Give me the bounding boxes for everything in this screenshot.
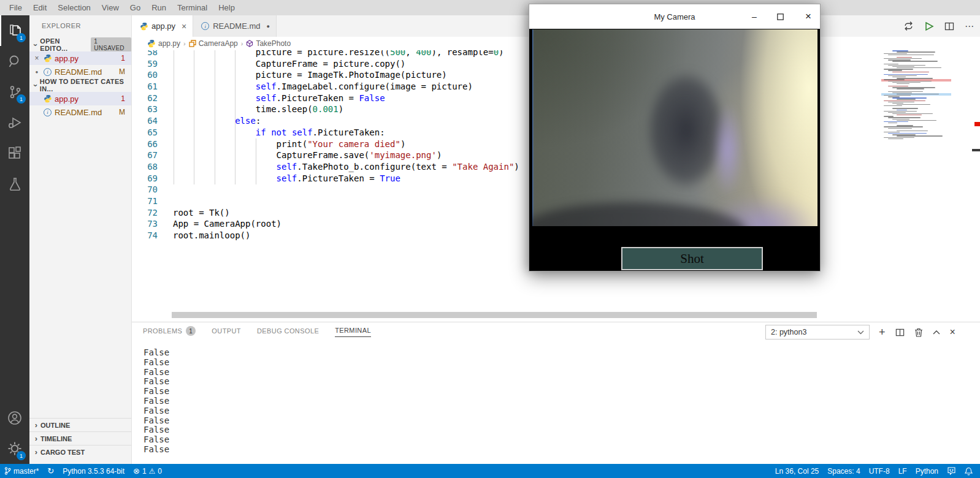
file-item-app.py[interactable]: ×app.py1 xyxy=(29,51,131,65)
chevron-down-icon: › xyxy=(31,82,40,89)
file-badge: 1 xyxy=(121,54,125,63)
activity-source-control[interactable]: 1 xyxy=(0,77,29,107)
menu-help[interactable]: Help xyxy=(213,0,240,15)
run-python-file-icon[interactable] xyxy=(924,21,934,31)
activity-testing[interactable] xyxy=(0,169,29,199)
panel-tab-label: TERMINAL xyxy=(335,327,371,334)
eol-sequence[interactable]: LF xyxy=(894,467,911,476)
minimap[interactable] xyxy=(881,48,951,141)
branch-indicator[interactable]: master* xyxy=(0,464,43,478)
menu-run[interactable]: Run xyxy=(146,0,172,15)
file-badge: 1 xyxy=(121,94,125,103)
panel-tab-label: OUTPUT xyxy=(212,327,241,335)
line-number: 71 xyxy=(132,195,158,207)
panel-tab-output[interactable]: OUTPUT xyxy=(212,327,241,336)
panel-tabs: PROBLEMS1OUTPUTDEBUG CONSOLETERMINAL xyxy=(143,322,371,341)
menu-terminal[interactable]: Terminal xyxy=(172,0,213,15)
dirty-dot-icon[interactable]: ● xyxy=(267,23,270,29)
more-actions-icon[interactable]: ⋯ xyxy=(965,21,974,32)
folder-header[interactable]: › HOW TO DETECT CATES IN... xyxy=(29,78,131,92)
file-name: app.py xyxy=(55,94,78,104)
maximize-icon[interactable] xyxy=(777,13,786,20)
python-interpreter[interactable]: Python 3.5.3 64-bit xyxy=(58,464,129,478)
file-badge: M xyxy=(119,108,125,116)
panel-tab-debug-console[interactable]: DEBUG CONSOLE xyxy=(257,327,319,336)
terminal-output[interactable]: FalseFalseFalseFalseFalseFalseFalseFalse… xyxy=(144,348,169,455)
open-editors-header[interactable]: › OPEN EDITO... 1 UNSAVED xyxy=(29,38,131,51)
line-number: 69 xyxy=(132,173,158,184)
tab-README.md[interactable]: iREADME.md● xyxy=(193,15,277,37)
section-cargo-test[interactable]: ›CARGO TEST xyxy=(29,445,131,458)
horizontal-scrollbar[interactable] xyxy=(172,312,817,318)
file-item-README.md[interactable]: iREADME.mdM xyxy=(29,105,131,119)
python-icon xyxy=(43,94,52,104)
activity-extensions[interactable] xyxy=(0,138,29,169)
panel-tab-terminal[interactable]: TERMINAL xyxy=(335,327,371,337)
camera-window-titlebar[interactable]: My Camera – × xyxy=(529,4,820,29)
panel-tab-problems[interactable]: PROBLEMS1 xyxy=(143,326,196,337)
feedback-button[interactable] xyxy=(943,467,960,475)
close-icon[interactable]: × xyxy=(182,21,186,31)
file-badge: M xyxy=(119,67,125,76)
maximize-panel-icon[interactable] xyxy=(933,330,940,335)
file-item-app.py[interactable]: app.py1 xyxy=(29,92,131,105)
close-icon[interactable]: × xyxy=(32,54,42,63)
code-text: App = CameraApp(root) xyxy=(158,218,281,230)
terminal-line: False xyxy=(144,435,169,445)
terminal-line: False xyxy=(144,387,169,396)
terminal-line: False xyxy=(144,348,169,358)
section-outline[interactable]: ›OUTLINE xyxy=(29,418,131,431)
breadcrumb-TakePhoto[interactable]: TakePhoto xyxy=(246,39,291,48)
activity-account[interactable] xyxy=(0,403,29,433)
split-editor-icon[interactable] xyxy=(944,21,954,31)
explorer-sidebar: EXPLORER › OPEN EDITO... 1 UNSAVED ×app.… xyxy=(29,15,132,464)
tab-app.py[interactable]: app.py× xyxy=(132,15,193,37)
breadcrumb-CameraApp[interactable]: CameraApp xyxy=(189,39,238,48)
line-number: 63 xyxy=(132,104,158,115)
minimize-icon[interactable]: – xyxy=(750,12,759,21)
menu-go[interactable]: Go xyxy=(124,0,146,15)
close-icon[interactable]: × xyxy=(804,10,813,23)
problems-indicator[interactable]: ⊗ 1 ⚠ 0 xyxy=(129,464,166,478)
line-number: 60 xyxy=(132,69,158,81)
status-bar: master* ↻ Python 3.5.3 64-bit ⊗ 1 ⚠ 0 Ln… xyxy=(0,464,980,478)
activity-explorer[interactable]: 1 xyxy=(0,15,29,46)
problems-count-badge: 1 xyxy=(186,326,196,336)
encoding[interactable]: UTF-8 xyxy=(865,467,894,476)
open-changes-icon[interactable] xyxy=(903,21,914,31)
chevron-right-icon: › xyxy=(32,447,40,457)
file-item-README.md[interactable]: ●iREADME.mdM xyxy=(29,65,131,78)
notifications-button[interactable] xyxy=(960,467,980,476)
breadcrumb-label: app.py xyxy=(158,39,180,48)
terminal-select[interactable]: 2: python3 xyxy=(765,325,870,340)
new-terminal-icon[interactable]: + xyxy=(879,326,886,339)
python-icon xyxy=(43,54,52,63)
menu-bar: FileEditSelectionViewGoRunTerminalHelp xyxy=(0,0,980,15)
chevron-down-icon xyxy=(857,330,864,335)
code-text: self.PictureTaken = False xyxy=(158,93,385,104)
kill-terminal-icon[interactable] xyxy=(914,328,923,337)
activity-search[interactable] xyxy=(0,46,29,77)
menu-file[interactable]: File xyxy=(4,0,28,15)
menu-selection[interactable]: Selection xyxy=(52,0,96,15)
close-panel-icon[interactable]: × xyxy=(950,327,955,338)
terminal-line: False xyxy=(144,425,169,435)
language-mode[interactable]: Python xyxy=(911,467,943,476)
activity-bar: 1 1 1 xyxy=(0,15,29,464)
indentation[interactable]: Spaces: 4 xyxy=(823,467,864,476)
code-text xyxy=(158,195,173,207)
shot-button[interactable]: Shot xyxy=(621,247,763,270)
cursor-position[interactable]: Ln 36, Col 25 xyxy=(771,467,823,476)
line-number: 70 xyxy=(132,184,158,195)
menu-edit[interactable]: Edit xyxy=(28,0,52,15)
split-terminal-icon[interactable] xyxy=(895,328,905,337)
activity-settings[interactable]: 1 xyxy=(0,433,29,464)
activity-run-and-debug[interactable] xyxy=(0,107,29,138)
breadcrumb-app.py[interactable]: app.py xyxy=(145,39,180,48)
python-icon xyxy=(139,21,148,31)
menu-view[interactable]: View xyxy=(96,0,124,15)
chevron-right-icon: › xyxy=(32,434,40,443)
terminal-line: False xyxy=(144,368,169,377)
sync-button[interactable]: ↻ xyxy=(43,464,58,478)
section-timeline[interactable]: ›TIMELINE xyxy=(29,431,131,445)
